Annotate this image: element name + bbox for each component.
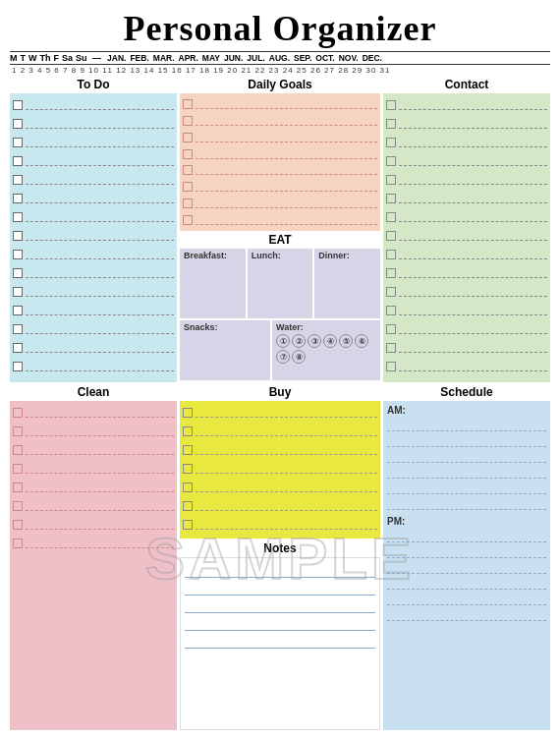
list-item[interactable] <box>13 302 174 319</box>
snacks-body[interactable] <box>184 334 266 378</box>
contact-checkbox[interactable] <box>386 212 396 222</box>
buy-checkbox[interactable] <box>183 426 193 436</box>
list-item[interactable] <box>13 208 174 226</box>
list-item[interactable] <box>13 134 174 151</box>
list-item[interactable] <box>13 152 174 170</box>
todo-checkbox[interactable] <box>13 362 23 371</box>
todo-checkbox[interactable] <box>13 119 23 129</box>
todo-checkbox[interactable] <box>13 138 23 147</box>
contact-checkbox[interactable] <box>386 306 396 315</box>
list-item[interactable] <box>13 358 174 375</box>
list-item[interactable] <box>13 320 174 338</box>
list-item[interactable] <box>183 196 377 211</box>
todo-checkbox[interactable] <box>13 287 23 297</box>
contact-checkbox[interactable] <box>386 343 396 353</box>
dinner-body[interactable] <box>318 262 376 316</box>
list-item[interactable] <box>386 171 547 189</box>
list-item[interactable] <box>386 246 547 263</box>
list-item[interactable] <box>386 96 547 114</box>
buy-checkbox[interactable] <box>183 445 193 455</box>
list-item[interactable] <box>386 227 547 245</box>
list-item[interactable] <box>183 113 377 129</box>
list-item[interactable] <box>13 339 174 357</box>
todo-checkbox[interactable] <box>13 268 23 278</box>
lunch-cell[interactable]: Lunch: <box>248 249 313 318</box>
water-5[interactable]: ⑤ <box>339 334 353 348</box>
goal-checkbox[interactable] <box>183 133 193 142</box>
clean-checkbox[interactable] <box>13 408 23 418</box>
list-item[interactable] <box>183 163 377 179</box>
list-item[interactable] <box>386 152 547 170</box>
water-8[interactable]: ⑧ <box>292 350 306 364</box>
list-item[interactable] <box>13 283 174 301</box>
buy-checkbox[interactable] <box>183 464 193 474</box>
todo-checkbox[interactable] <box>13 306 23 315</box>
list-item[interactable] <box>13 460 174 478</box>
list-item[interactable] <box>183 479 377 496</box>
list-item[interactable] <box>386 134 547 151</box>
list-item[interactable] <box>386 339 547 357</box>
goal-checkbox[interactable] <box>183 182 193 192</box>
contact-checkbox[interactable] <box>386 175 396 185</box>
list-item[interactable] <box>183 516 377 534</box>
todo-checkbox[interactable] <box>13 231 23 241</box>
water-6[interactable]: ⑥ <box>355 334 368 348</box>
list-item[interactable] <box>386 358 547 375</box>
list-item[interactable] <box>183 130 377 145</box>
goal-checkbox[interactable] <box>183 99 193 109</box>
goal-checkbox[interactable] <box>183 215 193 225</box>
contact-checkbox[interactable] <box>386 287 396 297</box>
buy-checkbox[interactable] <box>183 483 193 492</box>
contact-checkbox[interactable] <box>386 119 396 129</box>
breakfast-body[interactable] <box>184 262 242 316</box>
list-item[interactable] <box>386 115 547 133</box>
list-item[interactable] <box>183 441 377 459</box>
clean-checkbox[interactable] <box>13 426 23 436</box>
water-1[interactable]: ① <box>276 334 290 348</box>
water-7[interactable]: ⑦ <box>276 350 290 364</box>
list-item[interactable] <box>386 283 547 301</box>
list-item[interactable] <box>183 404 377 422</box>
list-item[interactable] <box>13 441 174 459</box>
clean-checkbox[interactable] <box>13 464 23 474</box>
water-3[interactable]: ③ <box>308 334 321 348</box>
list-item[interactable] <box>183 146 377 162</box>
contact-checkbox[interactable] <box>386 268 396 278</box>
todo-checkbox[interactable] <box>13 100 23 110</box>
list-item[interactable] <box>13 190 174 207</box>
buy-checkbox[interactable] <box>183 520 193 530</box>
list-item[interactable] <box>183 96 377 112</box>
clean-checkbox[interactable] <box>13 539 23 548</box>
list-item[interactable] <box>13 171 174 189</box>
contact-checkbox[interactable] <box>386 156 396 166</box>
clean-checkbox[interactable] <box>13 520 23 530</box>
list-item[interactable] <box>183 179 377 195</box>
todo-checkbox[interactable] <box>13 343 23 353</box>
list-item[interactable] <box>13 479 174 496</box>
contact-checkbox[interactable] <box>386 362 396 371</box>
lunch-body[interactable] <box>252 262 309 316</box>
contact-checkbox[interactable] <box>386 138 396 147</box>
list-item[interactable] <box>13 404 174 422</box>
todo-checkbox[interactable] <box>13 194 23 203</box>
list-item[interactable] <box>13 115 174 133</box>
contact-checkbox[interactable] <box>386 194 396 203</box>
list-item[interactable] <box>183 212 377 228</box>
buy-checkbox[interactable] <box>183 408 193 418</box>
list-item[interactable] <box>13 264 174 282</box>
list-item[interactable] <box>183 460 377 478</box>
list-item[interactable] <box>13 96 174 114</box>
list-item[interactable] <box>13 535 174 552</box>
contact-checkbox[interactable] <box>386 231 396 241</box>
water-4[interactable]: ④ <box>323 334 337 348</box>
contact-checkbox[interactable] <box>386 250 396 259</box>
goal-checkbox[interactable] <box>183 199 193 208</box>
clean-checkbox[interactable] <box>13 483 23 492</box>
list-item[interactable] <box>183 497 377 515</box>
todo-checkbox[interactable] <box>13 175 23 185</box>
list-item[interactable] <box>13 423 174 440</box>
todo-checkbox[interactable] <box>13 156 23 166</box>
breakfast-cell[interactable]: Breakfast: <box>180 249 246 318</box>
contact-checkbox[interactable] <box>386 100 396 110</box>
notes-body[interactable] <box>180 557 380 730</box>
